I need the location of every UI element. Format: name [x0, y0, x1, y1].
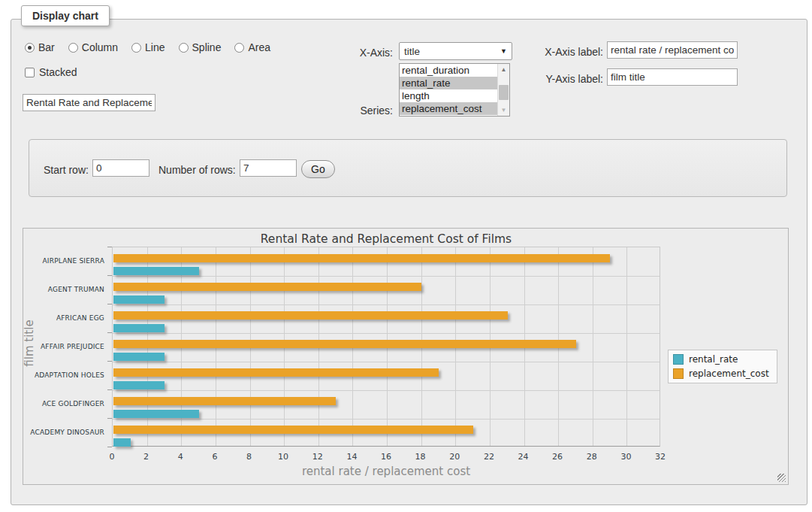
gridline-horizontal — [113, 333, 660, 334]
scrollbar-thumb[interactable] — [499, 85, 509, 100]
chart-type-row: BarColumnLineSplineArea — [25, 41, 279, 53]
chart-type-option-label: Column — [82, 41, 118, 53]
series-label: Series: — [342, 105, 393, 117]
scrollbar-track[interactable] — [498, 75, 509, 105]
chart-type-option-label: Line — [145, 41, 165, 53]
chevron-down-icon: ▼ — [500, 47, 507, 55]
scroll-up-icon[interactable]: ▲ — [498, 64, 509, 75]
bar-replacement_cost — [113, 426, 473, 434]
category-label: ACADEMY DINOSAUR — [26, 429, 104, 436]
start-row-label: Start row: — [44, 164, 92, 176]
series-scrollbar[interactable]: ▲ ▼ — [497, 64, 509, 116]
bar-rental_rate — [113, 295, 165, 304]
bar-replacement_cost — [113, 311, 508, 320]
xaxis-select-label: X-Axis: — [342, 47, 393, 59]
x-tick-label: 20 — [443, 452, 466, 462]
bar-replacement_cost — [113, 368, 439, 377]
gridline-horizontal — [113, 419, 660, 420]
x-tick-label: 26 — [546, 452, 569, 462]
num-rows-label: Number of rows: — [158, 164, 240, 176]
legend-label: rental_rate — [689, 354, 738, 365]
category-label: AFRICAN EGG — [26, 314, 104, 322]
chart-x-axis-label: rental rate / replacement cost — [112, 465, 660, 478]
x-tick-label: 4 — [169, 452, 192, 462]
bar-replacement_cost — [113, 254, 610, 262]
legend-label: replacement_cost — [689, 368, 769, 379]
series-option-rental_duration[interactable]: rental_duration — [400, 64, 497, 77]
chart-panel: Rental Rate and Replacement Cost of Film… — [23, 228, 789, 485]
y-tick-mark — [107, 332, 112, 333]
chart-type-option-label: Spline — [192, 41, 222, 53]
x-tick-label: 16 — [375, 452, 397, 462]
page: Display chart BarColumnLineSplineArea St… — [0, 0, 812, 512]
series-options: rental_durationrental_ratelengthreplacem… — [400, 64, 497, 116]
radio-icon[interactable] — [68, 43, 78, 53]
bar-rental_rate — [113, 324, 165, 332]
rows-panel: Start row: Number of rows: Go — [29, 139, 787, 197]
category-label: ACE GOLDFINGER — [26, 400, 104, 407]
x-tick-label: 32 — [649, 452, 672, 462]
go-button[interactable]: Go — [301, 160, 335, 178]
scroll-down-icon[interactable]: ▼ — [498, 105, 509, 116]
series-option-length[interactable]: length — [400, 89, 497, 102]
x-tick-label: 6 — [204, 452, 226, 462]
chart-legend: rental_ratereplacement_cost — [668, 350, 777, 383]
chart-type-option-area[interactable]: Area — [234, 41, 270, 53]
start-row-input[interactable] — [92, 159, 149, 177]
num-rows-input[interactable] — [240, 159, 297, 177]
legend-entry-replacement_cost: replacement_cost — [673, 368, 769, 379]
x-tick-label: 12 — [306, 452, 329, 462]
chart-type-option-spline[interactable]: Spline — [179, 41, 222, 53]
category-label: AGENT TRUMAN — [26, 286, 104, 293]
series-option-replacement_cost[interactable]: replacement_cost — [400, 102, 497, 115]
xaxis-select[interactable]: title ▼ — [399, 42, 512, 60]
stacked-row: Stacked — [25, 66, 77, 78]
chart-type-option-line[interactable]: Line — [131, 41, 165, 53]
bar-rental_rate — [113, 381, 165, 389]
category-label: ADAPTATION HOLES — [26, 371, 104, 379]
x-tick-label: 18 — [409, 452, 432, 462]
chart-type-option-bar[interactable]: Bar — [25, 41, 55, 53]
y-tick-mark — [107, 389, 112, 390]
category-label: AIRPLANE SIERRA — [26, 257, 104, 265]
chart-type-option-column[interactable]: Column — [68, 41, 118, 53]
x-tick-label: 8 — [238, 452, 261, 462]
plot-area — [112, 247, 660, 447]
bar-replacement_cost — [113, 397, 336, 405]
x-tick-label: 0 — [101, 452, 123, 462]
bar-replacement_cost — [113, 283, 421, 291]
legend-swatch — [673, 354, 684, 365]
chart-title: Rental Rate and Replacement Cost of Film… — [112, 232, 660, 246]
bar-rental_rate — [113, 353, 165, 361]
radio-icon[interactable] — [179, 43, 189, 53]
gridline-horizontal — [113, 390, 660, 391]
bar-rental_rate — [113, 267, 199, 275]
series-option-rental_rate[interactable]: rental_rate — [400, 77, 497, 89]
category-label: AFFAIR PREJUDICE — [26, 343, 104, 350]
bar-rental_rate — [113, 410, 199, 418]
resize-handle[interactable] — [777, 474, 786, 482]
gridline-horizontal — [113, 362, 660, 362]
gridline-horizontal — [113, 304, 660, 305]
legend-entry-rental_rate: rental_rate — [673, 354, 769, 365]
gridline-vertical — [593, 247, 593, 446]
radio-icon[interactable] — [234, 43, 244, 53]
xaxis-label-field-label: X-Axis label: — [536, 46, 603, 58]
xaxis-label-input[interactable] — [607, 41, 738, 59]
yaxis-label-input[interactable] — [607, 68, 738, 86]
x-tick-label: 28 — [581, 452, 603, 462]
series-listbox: rental_durationrental_ratelengthreplacem… — [399, 63, 510, 117]
radio-icon[interactable] — [25, 43, 35, 53]
y-tick-mark — [107, 447, 112, 447]
chart-title-input[interactable] — [23, 94, 155, 111]
x-tick-label: 10 — [272, 452, 294, 462]
y-tick-mark — [107, 275, 112, 276]
chart-type-option-label: Bar — [38, 41, 55, 53]
x-tick-label: 30 — [614, 452, 637, 462]
fieldset-title: Display chart — [21, 5, 110, 26]
y-tick-mark — [107, 418, 112, 419]
bar-replacement_cost — [113, 340, 576, 348]
x-tick-label: 22 — [478, 452, 500, 462]
radio-icon[interactable] — [131, 43, 141, 53]
stacked-checkbox[interactable] — [25, 68, 35, 77]
